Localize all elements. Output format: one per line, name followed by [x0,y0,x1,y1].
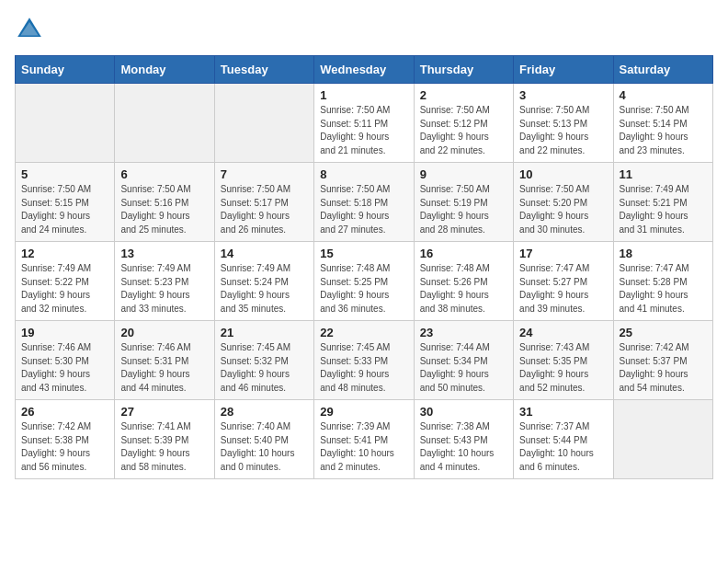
calendar-cell: 24Sunrise: 7:43 AMSunset: 5:35 PMDayligh… [514,321,613,400]
calendar-week-1: 1Sunrise: 7:50 AMSunset: 5:11 PMDaylight… [16,84,713,163]
day-number: 24 [519,326,607,339]
day-number: 8 [320,167,407,181]
calendar-cell: 18Sunrise: 7:47 AMSunset: 5:28 PMDayligh… [613,242,712,321]
day-number: 25 [620,326,707,339]
day-info: Sunrise: 7:37 AMSunset: 5:44 PMDaylight:… [519,420,607,474]
day-info: Sunrise: 7:41 AMSunset: 5:39 PMDaylight:… [120,420,208,474]
day-number: 29 [320,405,407,419]
day-info: Sunrise: 7:50 AMSunset: 5:16 PMDaylight:… [120,183,208,236]
calendar-cell [613,400,712,479]
day-info: Sunrise: 7:49 AMSunset: 5:24 PMDaylight:… [221,262,308,316]
day-info: Sunrise: 7:40 AMSunset: 5:40 PMDaylight:… [221,420,308,474]
day-number: 11 [620,167,707,181]
calendar-cell: 23Sunrise: 7:44 AMSunset: 5:34 PMDayligh… [414,321,513,400]
calendar-cell: 12Sunrise: 7:49 AMSunset: 5:22 PMDayligh… [16,242,115,321]
day-info: Sunrise: 7:39 AMSunset: 5:41 PMDaylight:… [320,420,407,474]
day-info: Sunrise: 7:50 AMSunset: 5:17 PMDaylight:… [221,183,308,236]
calendar-cell: 11Sunrise: 7:49 AMSunset: 5:21 PMDayligh… [613,163,712,242]
day-info: Sunrise: 7:49 AMSunset: 5:21 PMDaylight:… [620,183,707,236]
page-header [15,15,713,44]
calendar-cell: 1Sunrise: 7:50 AMSunset: 5:11 PMDaylight… [314,84,414,163]
day-number: 23 [420,326,507,339]
calendar-week-3: 12Sunrise: 7:49 AMSunset: 5:22 PMDayligh… [16,242,713,321]
calendar-cell: 27Sunrise: 7:41 AMSunset: 5:39 PMDayligh… [115,400,214,479]
calendar-cell [115,84,214,163]
weekday-header-friday: Friday [514,56,613,84]
day-number: 28 [221,405,308,419]
calendar-cell: 5Sunrise: 7:50 AMSunset: 5:15 PMDaylight… [16,163,115,242]
day-info: Sunrise: 7:48 AMSunset: 5:26 PMDaylight:… [420,262,507,316]
calendar-cell: 17Sunrise: 7:47 AMSunset: 5:27 PMDayligh… [514,242,613,321]
calendar-cell: 14Sunrise: 7:49 AMSunset: 5:24 PMDayligh… [214,242,313,321]
weekday-header-tuesday: Tuesday [214,56,313,84]
weekday-header-wednesday: Wednesday [314,56,414,84]
day-info: Sunrise: 7:49 AMSunset: 5:23 PMDaylight:… [120,262,208,316]
weekday-header-sunday: Sunday [16,56,115,84]
day-number: 1 [320,88,407,102]
day-info: Sunrise: 7:50 AMSunset: 5:18 PMDaylight:… [320,183,407,236]
day-number: 31 [519,405,607,419]
day-number: 5 [21,167,108,181]
calendar-cell: 31Sunrise: 7:37 AMSunset: 5:44 PMDayligh… [514,400,613,479]
day-number: 14 [221,247,308,260]
day-number: 21 [221,326,308,339]
calendar-week-2: 5Sunrise: 7:50 AMSunset: 5:15 PMDaylight… [16,163,713,242]
day-info: Sunrise: 7:50 AMSunset: 5:12 PMDaylight:… [420,104,507,157]
logo [15,15,48,44]
calendar-week-5: 26Sunrise: 7:42 AMSunset: 5:38 PMDayligh… [16,400,713,479]
day-number: 19 [21,326,108,339]
weekday-header-saturday: Saturday [613,56,712,84]
day-info: Sunrise: 7:50 AMSunset: 5:19 PMDaylight:… [420,183,507,236]
calendar-cell: 16Sunrise: 7:48 AMSunset: 5:26 PMDayligh… [414,242,513,321]
day-info: Sunrise: 7:48 AMSunset: 5:25 PMDaylight:… [320,262,407,316]
day-info: Sunrise: 7:42 AMSunset: 5:38 PMDaylight:… [21,420,108,474]
day-number: 12 [21,247,108,260]
day-number: 15 [320,247,407,260]
calendar-cell: 15Sunrise: 7:48 AMSunset: 5:25 PMDayligh… [314,242,414,321]
day-info: Sunrise: 7:47 AMSunset: 5:27 PMDaylight:… [519,262,607,316]
calendar-cell: 2Sunrise: 7:50 AMSunset: 5:12 PMDaylight… [414,84,513,163]
calendar-cell: 10Sunrise: 7:50 AMSunset: 5:20 PMDayligh… [514,163,613,242]
logo-icon [15,15,44,44]
calendar-cell: 25Sunrise: 7:42 AMSunset: 5:37 PMDayligh… [613,321,712,400]
calendar-cell: 13Sunrise: 7:49 AMSunset: 5:23 PMDayligh… [115,242,214,321]
day-info: Sunrise: 7:46 AMSunset: 5:31 PMDaylight:… [120,341,208,395]
calendar-cell: 20Sunrise: 7:46 AMSunset: 5:31 PMDayligh… [115,321,214,400]
day-info: Sunrise: 7:45 AMSunset: 5:33 PMDaylight:… [320,341,407,395]
calendar-cell: 8Sunrise: 7:50 AMSunset: 5:18 PMDaylight… [314,163,414,242]
calendar-cell: 29Sunrise: 7:39 AMSunset: 5:41 PMDayligh… [314,400,414,479]
day-number: 3 [519,88,607,102]
day-number: 10 [519,167,607,181]
calendar-cell: 7Sunrise: 7:50 AMSunset: 5:17 PMDaylight… [214,163,313,242]
day-info: Sunrise: 7:50 AMSunset: 5:13 PMDaylight:… [519,104,607,157]
day-info: Sunrise: 7:50 AMSunset: 5:14 PMDaylight:… [620,104,707,157]
day-info: Sunrise: 7:44 AMSunset: 5:34 PMDaylight:… [420,341,507,395]
day-number: 26 [21,405,108,419]
day-number: 4 [620,88,707,102]
weekday-header-monday: Monday [115,56,214,84]
day-info: Sunrise: 7:50 AMSunset: 5:20 PMDaylight:… [519,183,607,236]
calendar-cell: 9Sunrise: 7:50 AMSunset: 5:19 PMDaylight… [414,163,513,242]
day-info: Sunrise: 7:42 AMSunset: 5:37 PMDaylight:… [620,341,707,395]
calendar-cell: 19Sunrise: 7:46 AMSunset: 5:30 PMDayligh… [16,321,115,400]
day-info: Sunrise: 7:50 AMSunset: 5:11 PMDaylight:… [320,104,407,157]
calendar-table: SundayMondayTuesdayWednesdayThursdayFrid… [15,55,713,479]
day-info: Sunrise: 7:43 AMSunset: 5:35 PMDaylight:… [519,341,607,395]
day-info: Sunrise: 7:45 AMSunset: 5:32 PMDaylight:… [221,341,308,395]
day-info: Sunrise: 7:38 AMSunset: 5:43 PMDaylight:… [420,420,507,474]
day-info: Sunrise: 7:47 AMSunset: 5:28 PMDaylight:… [620,262,707,316]
day-info: Sunrise: 7:49 AMSunset: 5:22 PMDaylight:… [21,262,108,316]
day-number: 17 [519,247,607,260]
calendar-week-4: 19Sunrise: 7:46 AMSunset: 5:30 PMDayligh… [16,321,713,400]
weekday-header-thursday: Thursday [414,56,513,84]
day-info: Sunrise: 7:50 AMSunset: 5:15 PMDaylight:… [21,183,108,236]
day-number: 22 [320,326,407,339]
calendar-cell [214,84,313,163]
calendar-cell: 30Sunrise: 7:38 AMSunset: 5:43 PMDayligh… [414,400,513,479]
calendar-cell: 6Sunrise: 7:50 AMSunset: 5:16 PMDaylight… [115,163,214,242]
calendar-cell: 26Sunrise: 7:42 AMSunset: 5:38 PMDayligh… [16,400,115,479]
weekday-header-row: SundayMondayTuesdayWednesdayThursdayFrid… [16,56,713,84]
day-number: 27 [120,405,208,419]
day-info: Sunrise: 7:46 AMSunset: 5:30 PMDaylight:… [21,341,108,395]
calendar-cell: 3Sunrise: 7:50 AMSunset: 5:13 PMDaylight… [514,84,613,163]
